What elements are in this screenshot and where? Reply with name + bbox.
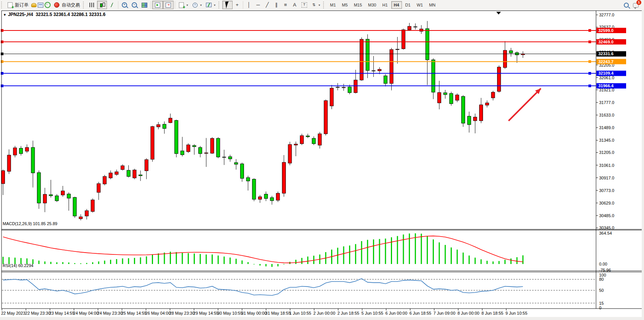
timeframe-button-m30[interactable]: M30 — [365, 1, 379, 9]
candle — [491, 91, 495, 100]
auto-scroll-icon: ▶ — [155, 3, 160, 8]
candle — [330, 85, 333, 109]
autotrading-button[interactable]: 自动交易 — [51, 1, 82, 9]
candle — [473, 114, 477, 133]
signals-icon[interactable] — [45, 2, 51, 8]
chart-shift-button[interactable]: ⇥ — [163, 1, 174, 9]
chart-window-icon[interactable] — [38, 3, 43, 8]
candle — [270, 196, 274, 205]
svg-text:32109.4: 32109.4 — [598, 71, 614, 75]
line-handle[interactable] — [588, 60, 591, 63]
price-tag: 31966.4 — [596, 83, 626, 88]
y-tick-label: 31489.0 — [599, 125, 614, 130]
candle — [7, 149, 11, 174]
toolbar-grip[interactable] — [323, 2, 326, 8]
trend-arrow-annotation[interactable] — [509, 88, 541, 121]
line-handle[interactable] — [1, 53, 3, 55]
zoom-in-button[interactable]: + — [120, 1, 129, 9]
periods-button[interactable]: ▾ — [190, 1, 204, 9]
timeframe-button-w1[interactable]: W1 — [414, 1, 426, 9]
line-handle[interactable] — [1, 60, 3, 63]
notifications-button[interactable]: 1 — [633, 2, 639, 8]
candle — [312, 136, 316, 145]
line-handle[interactable] — [588, 72, 591, 75]
line-handle[interactable] — [1, 29, 3, 32]
toolbar-grip[interactable] — [1, 2, 4, 8]
templates-button[interactable]: ▾ — [204, 1, 217, 9]
cursor-icon — [225, 1, 230, 8]
line-chart-button[interactable] — [107, 1, 117, 9]
chevron-down-icon: ▾ — [200, 3, 202, 7]
macd-scale-label: 364.54 — [599, 231, 612, 235]
gold-icon[interactable] — [31, 3, 37, 7]
x-tick-label: 29 May 14:55 — [193, 311, 219, 315]
fibonacci-icon: ≡ — [283, 2, 288, 8]
candle — [461, 95, 465, 127]
auto-scroll-button[interactable]: ▶ — [152, 1, 163, 9]
time-axis[interactable]: 22 May 202322 May 23:3023 May 14:5524 Ma… — [1, 309, 528, 315]
trendline-button[interactable]: ╱ — [263, 1, 272, 9]
new-order-button[interactable]: 新订单 — [5, 1, 30, 9]
line-handle[interactable] — [588, 40, 591, 43]
timeframe-button-m5[interactable]: M5 — [339, 1, 350, 9]
x-tick-label: 28 May 23:30 — [169, 311, 195, 315]
timeframe-button-m15[interactable]: M15 — [351, 1, 365, 9]
line-handle[interactable] — [1, 72, 3, 75]
timeframe-button-d1[interactable]: D1 — [403, 1, 413, 9]
tile-windows-button[interactable] — [139, 1, 150, 9]
candle — [228, 155, 232, 162]
candle — [264, 192, 268, 201]
line-handle[interactable] — [1, 40, 3, 43]
vertical-line-button[interactable]: │ — [244, 1, 253, 9]
candle — [25, 144, 29, 153]
crosshair-button[interactable]: + — [233, 1, 242, 9]
candle — [336, 83, 340, 90]
fibonacci-button[interactable]: ≡ — [281, 1, 290, 9]
candle — [408, 23, 411, 30]
candle — [19, 146, 23, 155]
y-tick-label: 30629.0 — [599, 201, 614, 205]
horizontal-line-button[interactable]: ─ — [253, 1, 263, 9]
timeframe-button-h4[interactable]: H4 — [391, 1, 402, 9]
search-icon[interactable] — [624, 3, 629, 8]
chart-shift-icon: ⇥ — [166, 3, 171, 8]
line-handle[interactable] — [588, 85, 591, 87]
line-handle[interactable] — [588, 29, 591, 32]
text-button[interactable]: A — [290, 1, 299, 9]
candle — [109, 171, 112, 179]
channel-button[interactable]: ∥ — [272, 1, 281, 9]
candle — [169, 114, 172, 123]
candle — [246, 176, 250, 190]
rsi-pane: 1008050150 — [2, 273, 606, 310]
chart-canvas[interactable]: 32777.032637.032493.032349.032205.032061… — [0, 10, 644, 320]
toolbar-grip[interactable] — [83, 2, 86, 8]
timeframe-button-h1[interactable]: H1 — [379, 1, 390, 9]
y-tick-label: 30917.0 — [599, 176, 614, 180]
macd-indicator-label: MACD(12,26,9) 101.85 25.89 — [3, 221, 57, 226]
text-label-button[interactable]: T — [299, 1, 309, 9]
candle — [193, 144, 196, 155]
toolbar-grip[interactable] — [218, 2, 221, 8]
svg-text:32243.7: 32243.7 — [598, 59, 614, 64]
candle — [384, 74, 387, 86]
arrows-button[interactable]: ⇅▾ — [309, 1, 322, 9]
bar-chart-button[interactable] — [87, 1, 97, 9]
timeframe-button-m1[interactable]: M1 — [327, 1, 338, 9]
price-axis[interactable]: 32777.032637.032493.032349.032205.032061… — [596, 13, 614, 230]
chevron-down-icon: ▾ — [187, 3, 188, 7]
candlestick-chart-button[interactable] — [97, 1, 107, 9]
cursor-button[interactable] — [222, 1, 233, 9]
chart-shift-marker-icon[interactable] — [496, 12, 501, 14]
candle — [234, 159, 238, 170]
indicators-button[interactable]: ▾ — [176, 1, 190, 9]
chart-menu-caret-icon[interactable]: ▼ — [3, 13, 6, 17]
candle — [145, 158, 148, 179]
timeframe-button-mn[interactable]: MN — [426, 1, 438, 9]
candle — [252, 178, 256, 201]
chart-area[interactable]: ▼JPN225-,H4 32321.5 32361.4 32286.1 3233… — [0, 10, 644, 320]
zoom-out-button[interactable]: − — [129, 1, 139, 9]
price-tag: 32109.4 — [596, 70, 626, 76]
window-edge — [0, 317, 644, 320]
candle — [187, 143, 190, 153]
line-handle[interactable] — [1, 85, 3, 87]
